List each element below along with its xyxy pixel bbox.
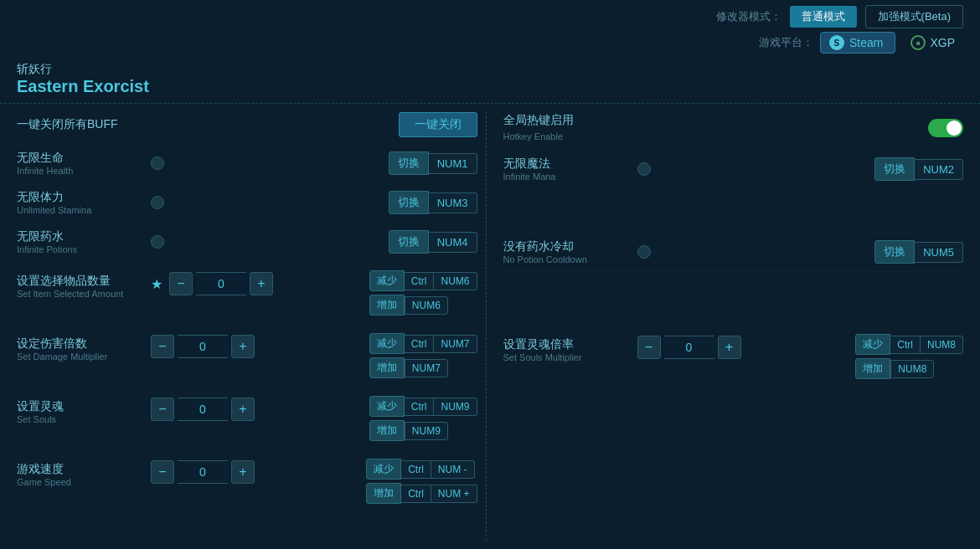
feature-set-damage: 设定伤害倍数 Set Damage Multiplier − 0 + 减少 Ct…	[17, 325, 477, 387]
no-potion-cooldown-switch-btn[interactable]: 切换	[874, 240, 915, 264]
app-header: 斩妖行 Eastern Exorcist	[0, 59, 980, 104]
unlimited-stamina-switch-btn[interactable]: 切换	[389, 191, 429, 214]
close-all-btn[interactable]: 一键关闭	[399, 112, 477, 137]
set-souls-multiplier-inc-btn[interactable]: +	[718, 336, 741, 359]
set-souls-inc-key-row: 增加 NUM9	[369, 420, 477, 441]
hotkey-enable-en: Hotkey Enable	[503, 131, 564, 141]
hotkey-enable-zh: 全局热键启用	[503, 113, 574, 126]
infinite-mana-key-badge: NUM2	[915, 159, 963, 180]
set-souls-keys: 减少 Ctrl NUM9 增加 NUM9	[369, 396, 477, 441]
set-souls-value: 0	[178, 398, 228, 421]
game-speed-inc-btn[interactable]: +	[231, 460, 255, 484]
set-damage-inc-btn[interactable]: +	[231, 335, 255, 358]
infinite-potions-key-badge: NUM4	[429, 232, 477, 253]
game-speed-inc-label-btn[interactable]: 增加	[366, 483, 401, 504]
set-item-value: 0	[196, 272, 246, 295]
infinite-health-key-badge: NUM1	[429, 153, 477, 174]
set-item-inc-label-btn[interactable]: 增加	[369, 295, 405, 316]
xgp-label: XGP	[930, 36, 955, 49]
set-damage-dec-ctrl-badge: Ctrl	[405, 335, 435, 353]
no-potion-cooldown-keys: 切换 NUM5	[874, 240, 963, 264]
set-souls-dec-key-badge: NUM9	[434, 398, 477, 416]
set-souls-multiplier-keys: 减少 Ctrl NUM8 增加 NUM8	[855, 334, 963, 379]
set-damage-dec-key-row: 减少 Ctrl NUM7	[369, 333, 477, 354]
set-damage-dec-label-btn[interactable]: 减少	[369, 333, 405, 354]
app-title-zh: 斩妖行	[17, 62, 963, 77]
feature-no-potion-cooldown: 没有药水冷却 No Potion Cooldown 切换 NUM5	[503, 233, 964, 272]
feature-game-speed: 游戏速度 Game Speed − 0 + 减少 Ctrl NUM - 增加	[17, 450, 477, 512]
infinite-mana-switch-btn[interactable]: 切换	[874, 157, 915, 181]
set-souls-multiplier-inc-label-btn[interactable]: 增加	[855, 358, 890, 379]
infinite-health-label: 无限生命 Infinite Health	[17, 151, 151, 176]
hotkey-enable-toggle[interactable]	[928, 119, 963, 137]
game-speed-dec-label-btn[interactable]: 减少	[366, 459, 401, 480]
set-item-dec-key-badge: NUM6	[434, 272, 477, 290]
mode-label: 修改器模式：	[716, 9, 781, 24]
game-speed-dec-btn[interactable]: −	[151, 460, 174, 484]
set-souls-dec-btn[interactable]: −	[151, 398, 174, 421]
set-item-inc-btn[interactable]: +	[250, 272, 273, 295]
set-damage-inc-label-btn[interactable]: 增加	[369, 357, 405, 378]
feature-infinite-health: 无限生命 Infinite Health 切换 NUM1	[17, 144, 477, 183]
set-item-star-icon[interactable]: ★	[151, 276, 162, 292]
set-item-keys: 减少 Ctrl NUM6 增加 NUM6	[369, 270, 477, 316]
game-speed-dec-key-row: 减少 Ctrl NUM -	[366, 459, 477, 480]
set-souls-multiplier-dec-ctrl-badge: Ctrl	[890, 336, 921, 354]
set-damage-dec-btn[interactable]: −	[151, 335, 174, 358]
infinite-health-switch-btn[interactable]: 切换	[389, 151, 429, 175]
no-potion-cooldown-key-badge: NUM5	[915, 242, 963, 263]
set-item-dec-btn[interactable]: −	[169, 272, 193, 295]
set-damage-inc-key-row: 增加 NUM7	[369, 357, 477, 378]
xgp-icon: ■	[910, 35, 926, 50]
normal-mode-btn[interactable]: 普通模式	[790, 6, 857, 28]
app-container: 修改器模式： 普通模式 加强模式(Beta) 游戏平台： S Steam ■ X…	[0, 0, 980, 549]
game-speed-keys: 减少 Ctrl NUM - 增加 Ctrl NUM +	[366, 459, 477, 504]
right-spacer-1	[503, 189, 964, 233]
infinite-health-toggle[interactable]	[151, 156, 164, 170]
set-item-dec-ctrl-badge: Ctrl	[405, 272, 435, 290]
set-souls-inc-btn[interactable]: +	[231, 398, 255, 421]
set-item-label: 设置选择物品数量 Set Item Selected Amount	[17, 270, 151, 299]
game-speed-inc-key-badge: NUM +	[431, 485, 477, 503]
set-souls-multiplier-dec-key-row: 减少 Ctrl NUM8	[855, 334, 963, 355]
infinite-mana-toggle[interactable]	[637, 162, 651, 176]
hotkey-enable-labels: 全局热键启用 Hotkey Enable	[503, 112, 574, 143]
beta-mode-btn[interactable]: 加强模式(Beta)	[865, 5, 963, 28]
set-damage-dec-key-badge: NUM7	[434, 335, 477, 353]
platform-label: 游戏平台：	[759, 35, 813, 50]
unlimited-stamina-keys: 切换 NUM3	[389, 191, 477, 214]
infinite-potions-keys: 切换 NUM4	[389, 230, 477, 254]
left-panel: 一键关闭所有BUFF 一键关闭 无限生命 Infinite Health 切换 …	[17, 112, 477, 541]
set-souls-inc-label-btn[interactable]: 增加	[369, 420, 405, 441]
main-content: 一键关闭所有BUFF 一键关闭 无限生命 Infinite Health 切换 …	[0, 104, 980, 549]
unlimited-stamina-label: 无限体力 Unlimited Stamina	[17, 190, 151, 215]
steam-btn[interactable]: S Steam	[820, 32, 895, 54]
game-speed-dec-ctrl-badge: Ctrl	[401, 460, 431, 479]
no-potion-cooldown-label: 没有药水冷却 No Potion Cooldown	[503, 239, 637, 264]
app-title-en: Eastern Exorcist	[17, 77, 963, 96]
set-item-inc-key-row: 增加 NUM6	[369, 295, 477, 316]
set-souls-dec-ctrl-badge: Ctrl	[405, 398, 435, 416]
set-damage-value: 0	[178, 335, 228, 358]
set-souls-multiplier-label: 设置灵魂倍率 Set Souls Multiplier	[503, 334, 637, 362]
xgp-btn[interactable]: ■ XGP	[902, 33, 963, 53]
game-speed-value: 0	[178, 460, 228, 484]
infinite-potions-toggle[interactable]	[151, 235, 164, 249]
infinite-potions-label: 无限药水 Infinite Potions	[17, 229, 151, 254]
steam-label: Steam	[849, 36, 883, 49]
game-speed-label: 游戏速度 Game Speed	[17, 459, 151, 487]
right-panel: 全局热键启用 Hotkey Enable 无限魔法 Infinite Mana …	[486, 112, 964, 541]
set-item-dec-label-btn[interactable]: 减少	[369, 270, 405, 291]
set-souls-multiplier-inc-key-row: 增加 NUM8	[855, 358, 963, 379]
steam-icon: S	[829, 35, 844, 50]
set-souls-dec-label-btn[interactable]: 减少	[369, 396, 405, 417]
set-souls-multiplier-dec-btn[interactable]: −	[637, 336, 661, 359]
unlimited-stamina-toggle[interactable]	[151, 196, 164, 209]
set-souls-multiplier-dec-label-btn[interactable]: 减少	[855, 334, 890, 355]
set-souls-multiplier-dec-key-badge: NUM8	[921, 336, 963, 354]
feature-infinite-mana: 无限魔法 Infinite Mana 切换 NUM2	[503, 150, 964, 189]
set-damage-keys: 减少 Ctrl NUM7 增加 NUM7	[369, 333, 477, 378]
infinite-potions-switch-btn[interactable]: 切换	[389, 230, 429, 254]
no-potion-cooldown-toggle[interactable]	[637, 245, 651, 259]
unlimited-stamina-key-badge: NUM3	[429, 192, 477, 213]
